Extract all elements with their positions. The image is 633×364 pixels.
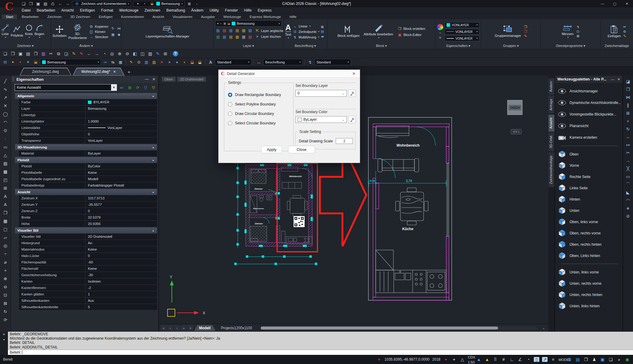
layout-nav-button[interactable]: ‹	[167, 325, 173, 331]
palette-view-cube[interactable]: Oben, links vorne	[557, 216, 621, 227]
property-value[interactable]: -35.5577	[85, 203, 157, 206]
layer-tool-icon[interactable]: ▤	[222, 34, 227, 40]
join-icon[interactable]: ⌒	[624, 180, 632, 188]
settings-gear-icon[interactable]: ⚙	[567, 357, 572, 362]
property-value[interactable]: 1017.9713	[85, 196, 157, 200]
clipboard-mini-icon[interactable]: ✎	[623, 34, 626, 38]
pick-layer-button[interactable]	[348, 90, 356, 97]
palette-view-cube[interactable]: Hinten	[557, 194, 621, 205]
property-value[interactable]: -60	[85, 260, 157, 264]
layer-states-icon[interactable]: ≣	[186, 2, 192, 6]
insert-block-button[interactable]: Block einfügen	[338, 25, 360, 37]
move-button[interactable]: Schieben	[52, 25, 67, 37]
scale-value-input[interactable]: 2	[336, 138, 353, 144]
edit-attributes-button[interactable]: Attribute bearbeiten▾	[364, 24, 393, 39]
ribbon-tab[interactable]: Start	[2, 14, 17, 19]
dimension-tool-button[interactable]: ↔ Linear▾	[292, 24, 319, 28]
dialog-close-icon[interactable]: ✕	[350, 71, 357, 77]
property-value[interactable]: Farbabhängiger Plotstil	[85, 184, 157, 187]
coordinate-tracking-icon[interactable]: +	[376, 357, 382, 362]
layers-icon[interactable]: ▥	[147, 50, 154, 57]
chamfer-icon[interactable]: ◣	[624, 188, 632, 196]
ribbon-tab[interactable]: Bearbeiten	[18, 14, 43, 19]
property-value[interactable]: ByColor	[85, 164, 157, 168]
modify-grid-icon[interactable]: ⋈	[116, 26, 121, 31]
toolbar-expand-icon[interactable]: ⌄	[194, 2, 199, 5]
layer-action-button[interactable]: ✕ Layer löschen	[255, 34, 284, 39]
menu-item[interactable]: Zeichnen	[142, 8, 163, 13]
selection-combo[interactable]: Keine Auswahl ▼	[15, 84, 117, 91]
hatch-icon[interactable]: ▨	[2, 159, 9, 167]
section-header[interactable]: Allgemein ▲	[15, 93, 157, 99]
crosshair-icon[interactable]: ⌖	[451, 357, 457, 362]
utility-mini-icon[interactable]: ↯	[577, 25, 579, 29]
property-value[interactable]: 0	[85, 254, 157, 258]
property-value[interactable]: 2D Drahtmodell	[85, 235, 157, 238]
property-value[interactable]: -2	[85, 286, 157, 290]
plot-icon[interactable]: ▥	[40, 50, 47, 57]
ribbon-tab[interactable]: 3D Zeichnen	[66, 14, 94, 19]
property-value[interactable]: Keine	[85, 267, 157, 270]
move-icon[interactable]: +	[624, 117, 632, 125]
layer-manager-icon[interactable]: ▤	[2, 59, 9, 66]
pan-icon[interactable]: +	[2, 266, 9, 274]
palette-view-cube[interactable]: Oben, Links hinten	[557, 250, 621, 261]
rotate-icon[interactable]: ↻	[624, 125, 632, 133]
pan-icon[interactable]: ◔	[101, 50, 108, 57]
mtext-icon[interactable]: A	[2, 192, 9, 200]
point-icon[interactable]: ∙	[2, 134, 9, 143]
boundary-layer-combo[interactable]: 0⌄	[295, 90, 347, 97]
refresh-icon[interactable]: ⟳	[135, 85, 141, 90]
ribbon-tab[interactable]: Ausgabe	[197, 14, 219, 19]
ribbon-tab[interactable]: Werkzeuge	[219, 14, 245, 19]
donut-icon[interactable]: ◎	[2, 241, 9, 250]
menu-item[interactable]: Einfügen	[77, 8, 98, 13]
layer-utility-icon[interactable]: ⬓	[197, 59, 203, 66]
annotation-visibility-icon[interactable]: ▲	[476, 357, 482, 362]
layer-lock-icon[interactable]: ⬓	[32, 59, 39, 66]
utility-mini-icon[interactable]: ⊞	[577, 34, 579, 38]
group-label[interactable]: Ändern ▾	[51, 44, 121, 49]
menu-item[interactable]: Express	[255, 8, 274, 13]
plot-detail-icon[interactable]: ▤	[575, 357, 581, 362]
boundary-color-combo[interactable]: ByLayer⌄	[295, 116, 347, 123]
wipeout-icon[interactable]: ▱	[2, 233, 9, 241]
zoom-in-icon[interactable]: ⊕	[2, 274, 9, 283]
linetype-combo[interactable]: VONLAYER ▾	[445, 29, 479, 34]
group-label[interactable]: Beschriftung ▾	[284, 44, 327, 49]
group-label[interactable]: Zwischenablage	[601, 44, 633, 49]
palette-view-tool[interactable]: Ansichtsmanager	[557, 85, 621, 97]
palette-tab[interactable]: 3D-Orbit	[548, 133, 555, 152]
layer-state-tool-icon[interactable]: ≔	[102, 59, 109, 66]
paste-button[interactable]: Einfügen	[608, 25, 621, 38]
save-icon[interactable]: ▣	[17, 50, 24, 57]
scale-display[interactable]: CDX 1:50	[468, 355, 473, 364]
palette-view-cube[interactable]: Unten, rechts vorne	[557, 278, 621, 289]
add-layout-button[interactable]: +	[187, 325, 194, 331]
modify-tool-button[interactable]: ⧉ Kopieren	[89, 24, 108, 29]
maximize-button[interactable]: ▢	[609, 0, 621, 7]
line-icon[interactable]: ╱	[2, 77, 9, 85]
trim-icon[interactable]: ✂	[624, 149, 632, 157]
viewport-icon[interactable]: ◧	[132, 50, 138, 57]
arc-button[interactable]: Bogen▾	[34, 24, 44, 39]
rectangle-icon[interactable]: ▭	[2, 143, 9, 151]
menu-item[interactable]: Ansicht	[59, 8, 77, 13]
layer-utility-icon[interactable]: ⊙	[136, 59, 142, 66]
zoom-previous-icon[interactable]: ⊖	[124, 50, 131, 57]
undo-icon[interactable]: ←	[86, 50, 92, 57]
spline-icon[interactable]: ∿	[2, 85, 9, 93]
command-input[interactable]: Befehl:	[8, 350, 633, 355]
group-label[interactable]: Layer ▾	[214, 44, 283, 49]
quick-select-icon[interactable]: ⊞	[127, 85, 133, 90]
dimension-tool-button[interactable]: ⊙ Zentralpunkt▾	[292, 30, 319, 34]
palette-minimize-icon[interactable]: —	[611, 77, 614, 81]
layer-utility-icon[interactable]: ✎	[128, 59, 135, 66]
leader-style-combo[interactable]: Standard▾	[314, 59, 351, 65]
menu-item[interactable]: Fenster	[222, 8, 241, 13]
boundary-radio-option[interactable]: Draw Circular Boundary	[228, 112, 293, 116]
ribbon-tab[interactable]: Zeichnen	[43, 14, 66, 19]
annotation-mini-icon[interactable]: ▤	[321, 30, 324, 33]
panel-close-icon[interactable]: ✕	[152, 77, 155, 81]
viewport-toggle-icon[interactable]: ▯	[534, 357, 539, 362]
